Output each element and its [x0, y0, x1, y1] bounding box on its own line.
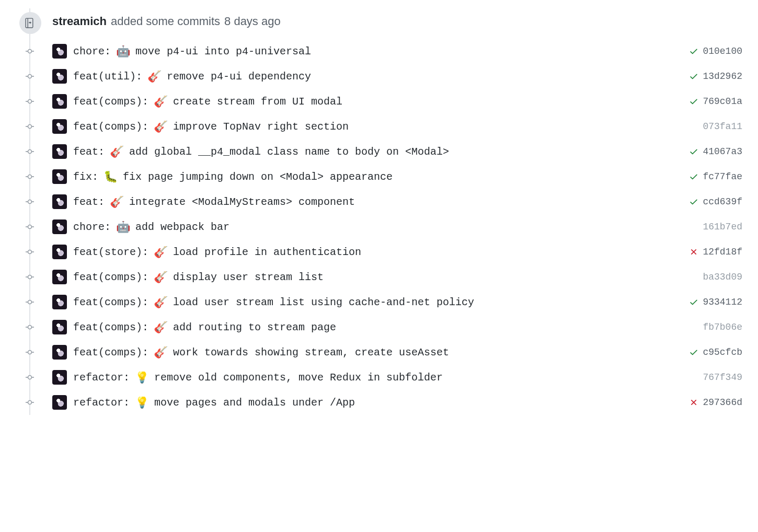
commit-dot-icon [26, 223, 34, 231]
avatar[interactable] [52, 44, 67, 59]
avatar[interactable] [52, 320, 67, 334]
commit-sha-link[interactable]: 767f349 [703, 372, 742, 383]
commit-dot-icon [26, 122, 34, 131]
commit-message-link[interactable]: feat: 🎸 add global __p4_modal class name… [73, 146, 681, 158]
status-success-icon[interactable] [689, 197, 698, 206]
commit-emoji-icon: 🎸 [152, 121, 170, 132]
svg-point-4 [28, 75, 32, 78]
avatar[interactable] [52, 119, 67, 134]
commit-message-link[interactable]: feat(util): 🎸 remove p4-ui dependency [73, 71, 681, 83]
status-success-icon[interactable] [689, 47, 698, 56]
commit-message-link[interactable]: chore: 🤖 add webpack bar [73, 221, 694, 233]
commit-emoji-icon: 💡 [133, 397, 151, 408]
header-action: added some commits [111, 15, 220, 28]
avatar[interactable] [52, 94, 67, 109]
avatar[interactable] [52, 144, 67, 159]
repo-push-icon [19, 12, 41, 34]
commit-prefix: feat(comps): [73, 96, 148, 108]
svg-point-10 [28, 125, 32, 129]
commit-message-link[interactable]: feat(comps): 🎸 work towards showing stre… [73, 346, 681, 358]
commit-dot-icon [26, 172, 34, 181]
avatar[interactable] [52, 345, 67, 360]
avatar[interactable] [52, 219, 67, 234]
status-failure-icon[interactable] [689, 398, 698, 407]
commit-message-link[interactable]: feat(store): 🎸 load profile in authentic… [73, 246, 681, 258]
commit-message-link[interactable]: feat(comps): 🎸 add routing to stream pag… [73, 321, 694, 333]
status-success-icon[interactable] [689, 297, 698, 307]
commit-message-link[interactable]: feat(comps): 🎸 create stream from UI mod… [73, 96, 681, 108]
commit-message-link[interactable]: feat: 🎸 integrate <ModalMyStreams> compo… [73, 196, 681, 208]
author-link[interactable]: streamich [52, 15, 107, 28]
commit-message-link[interactable]: refactor: 💡 move pages and modals under … [73, 397, 681, 409]
status-success-icon[interactable] [689, 72, 698, 81]
avatar[interactable] [52, 295, 67, 309]
commit-sha-link[interactable]: ccd639f [703, 196, 742, 207]
commit-message-link[interactable]: chore: 🤖 move p4-ui into p4-universal [73, 45, 681, 57]
svg-point-1 [28, 50, 32, 53]
commit-sha-link[interactable]: ba33d09 [703, 272, 742, 282]
commit-message-link[interactable]: refactor: 💡 remove old components, move … [73, 372, 694, 384]
commit-sha-link[interactable]: 12fd18f [703, 247, 742, 257]
commit-emoji-icon: 🎸 [152, 96, 170, 107]
commit-dot-icon [26, 248, 34, 256]
commit-prefix: chore: [73, 45, 111, 57]
status-success-icon[interactable] [689, 147, 698, 156]
svg-point-7 [28, 100, 32, 103]
commit-meta: 9334112 [689, 297, 742, 307]
commit-sha-link[interactable]: 13d2962 [703, 71, 742, 82]
avatar[interactable] [52, 69, 67, 84]
commit-sha-link[interactable]: 769c01a [703, 96, 742, 107]
commit-message: load profile in authentication [173, 246, 361, 258]
commit-sha-link[interactable]: 9334112 [703, 297, 742, 307]
commit-sha-link[interactable]: 297366d [703, 397, 742, 408]
avatar[interactable] [52, 245, 67, 259]
avatar[interactable] [52, 194, 67, 209]
status-success-icon[interactable] [689, 97, 698, 106]
check-icon [689, 197, 698, 206]
commit-prefix: refactor: [73, 372, 130, 384]
commit-message: create stream from UI modal [173, 96, 342, 108]
commit-message-link[interactable]: feat(comps): 🎸 load user stream list usi… [73, 296, 681, 308]
commit-message: add routing to stream page [173, 321, 336, 333]
x-icon [689, 398, 698, 407]
avatar[interactable] [52, 270, 67, 284]
commit-sha-link[interactable]: 073fa11 [703, 121, 742, 132]
commit-dot-icon [26, 273, 34, 281]
commit-emoji-icon: 🤖 [114, 221, 132, 233]
avatar[interactable] [52, 370, 67, 385]
commit-message-link[interactable]: feat(comps): 🎸 improve TopNav right sect… [73, 121, 694, 133]
commit-message-link[interactable]: fix: 🐛 fix page jumping down on <Modal> … [73, 171, 681, 183]
status-failure-icon[interactable] [689, 247, 698, 257]
commit-prefix: feat: [73, 196, 105, 208]
header-time[interactable]: 8 days ago [224, 15, 281, 28]
check-icon [689, 47, 698, 56]
commit-dot-icon [26, 323, 34, 331]
svg-point-34 [28, 326, 32, 329]
svg-point-40 [28, 376, 32, 379]
commit-row: feat: 🎸 add global __p4_modal class name… [46, 139, 742, 164]
commit-row: feat(comps): 🎸 add routing to stream pag… [46, 315, 742, 340]
commit-sha-link[interactable]: 161b7ed [703, 222, 742, 232]
commit-prefix: feat(comps): [73, 321, 148, 333]
commit-meta: 161b7ed [703, 222, 742, 232]
commit-message: remove old components, move Redux in sub… [154, 372, 443, 384]
status-success-icon[interactable] [689, 348, 698, 357]
commit-emoji-icon: 🤖 [114, 45, 132, 57]
commit-dot-icon [26, 373, 34, 381]
commit-prefix: feat(util): [73, 71, 142, 83]
commit-sha-link[interactable]: fc77fae [703, 171, 742, 182]
commit-sha-link[interactable]: 41067a3 [703, 146, 742, 157]
commit-dot-icon [26, 348, 34, 356]
status-success-icon[interactable] [689, 172, 698, 181]
commit-message-link[interactable]: feat(comps): 🎸 display user stream list [73, 271, 694, 283]
commit-sha-link[interactable]: c95cfcb [703, 347, 742, 357]
x-icon [689, 247, 698, 257]
commit-sha-link[interactable]: 010e100 [703, 46, 742, 56]
avatar[interactable] [52, 395, 67, 410]
commit-dot-icon [26, 298, 34, 306]
commit-row: feat(comps): 🎸 load user stream list usi… [46, 290, 742, 315]
commit-sha-link[interactable]: fb7b06e [703, 322, 742, 332]
svg-point-37 [28, 351, 32, 354]
commit-meta: 010e100 [689, 46, 742, 56]
avatar[interactable] [52, 169, 67, 184]
